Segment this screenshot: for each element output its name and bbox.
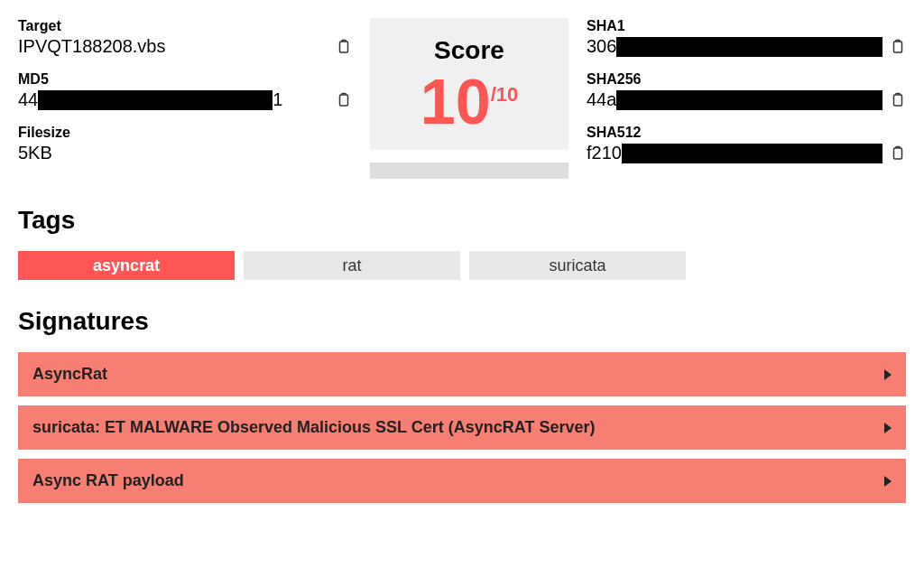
svg-rect-4	[894, 148, 902, 159]
md5-value: 44 1	[18, 89, 328, 110]
signature-row[interactable]: AsyncRat	[18, 352, 906, 396]
sha512-prefix: f210	[587, 143, 622, 163]
copy-icon[interactable]	[890, 38, 906, 56]
sha1-block: SHA1 306	[587, 18, 906, 57]
signature-label: AsyncRat	[32, 365, 107, 384]
filesize-label: Filesize	[18, 125, 352, 141]
tags-row: asyncratratsuricata	[18, 251, 906, 280]
sha256-block: SHA256 44a	[587, 71, 906, 110]
svg-rect-0	[340, 42, 348, 52]
summary-grid: Target IPVQT188208.vbs MD5 44 1	[18, 18, 906, 179]
tag-asyncrat[interactable]: asyncrat	[18, 251, 235, 280]
signature-row[interactable]: suricata: ET MALWARE Observed Malicious …	[18, 405, 906, 450]
md5-prefix: 44	[18, 89, 38, 110]
tag-suricata[interactable]: suricata	[469, 251, 686, 280]
redacted-bar	[38, 90, 273, 110]
filesize-value: 5KB	[18, 143, 352, 163]
redacted-bar	[616, 37, 882, 57]
score-max: /10	[491, 83, 519, 106]
score-title: Score	[379, 36, 559, 65]
redacted-bar	[616, 90, 882, 110]
right-column: SHA1 306 SHA256 44a	[587, 18, 906, 178]
sha512-block: SHA512 f210	[587, 125, 906, 163]
signature-row[interactable]: Async RAT payload	[18, 459, 906, 503]
copy-icon[interactable]	[336, 91, 352, 109]
svg-rect-2	[894, 42, 902, 52]
copy-icon[interactable]	[890, 144, 906, 163]
filesize-block: Filesize 5KB	[18, 125, 352, 163]
sha512-value: f210	[587, 143, 882, 163]
target-block: Target IPVQT188208.vbs	[18, 18, 352, 57]
svg-rect-3	[894, 95, 902, 106]
chevron-right-icon	[884, 423, 892, 433]
copy-icon[interactable]	[890, 91, 906, 109]
target-value: IPVQT188208.vbs	[18, 36, 328, 57]
md5-suffix: 1	[273, 89, 282, 110]
svg-rect-1	[340, 95, 348, 106]
chevron-right-icon	[884, 369, 892, 380]
sha256-prefix: 44a	[587, 89, 616, 110]
score-panel: Score 10/10	[370, 18, 568, 179]
signatures-list: AsyncRatsuricata: ET MALWARE Observed Ma…	[18, 352, 906, 503]
tags-heading: Tags	[18, 206, 906, 235]
tag-rat[interactable]: rat	[244, 251, 460, 280]
signatures-heading: Signatures	[18, 307, 906, 336]
sha512-label: SHA512	[587, 125, 906, 141]
copy-icon[interactable]	[336, 38, 352, 56]
score-value: 10	[420, 70, 491, 134]
chevron-right-icon	[884, 476, 892, 487]
signature-label: Async RAT payload	[32, 471, 184, 490]
left-column: Target IPVQT188208.vbs MD5 44 1	[18, 18, 352, 178]
redacted-bar	[622, 144, 882, 163]
md5-block: MD5 44 1	[18, 71, 352, 110]
sha256-value: 44a	[587, 89, 882, 110]
sha1-label: SHA1	[587, 18, 906, 34]
signature-label: suricata: ET MALWARE Observed Malicious …	[32, 418, 596, 437]
score-bar	[370, 163, 568, 179]
sha256-label: SHA256	[587, 71, 906, 88]
score-display: 10/10	[379, 70, 559, 134]
md5-label: MD5	[18, 71, 352, 88]
sha1-value: 306	[587, 36, 882, 57]
target-label: Target	[18, 18, 352, 34]
sha1-prefix: 306	[587, 36, 616, 57]
